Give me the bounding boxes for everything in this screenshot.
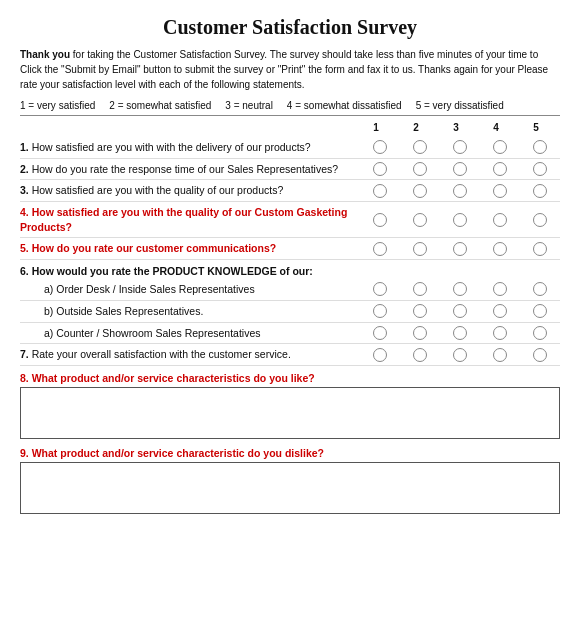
q2-radio-1[interactable]	[373, 162, 387, 176]
question-9-answer[interactable]	[20, 462, 560, 514]
q6c-radio-3[interactable]	[453, 326, 467, 340]
q6b-radio-1[interactable]	[373, 304, 387, 318]
q3-radio-3[interactable]	[453, 184, 467, 198]
question-row-3: 3. How satisfied are you with the qualit…	[20, 180, 560, 202]
q7-radio-5[interactable]	[533, 348, 547, 362]
section-6c-row: a) Counter / Showroom Sales Representati…	[20, 323, 560, 345]
scale-legend: 1 = very satisfied 2 = somewhat satisfie…	[20, 100, 560, 111]
question-4-text: 4. How satisfied are you with the qualit…	[20, 205, 360, 234]
q7-radio-4[interactable]	[493, 348, 507, 362]
q3-radio-4[interactable]	[493, 184, 507, 198]
question-7-text: 7. Rate your overall satisfaction with t…	[20, 347, 360, 362]
question-5-radios[interactable]	[360, 242, 560, 256]
question-1-text: 1. How satisfied are you with with the d…	[20, 140, 360, 155]
question-3-radios[interactable]	[360, 184, 560, 198]
q3-radio-2[interactable]	[413, 184, 427, 198]
q3-radio-5[interactable]	[533, 184, 547, 198]
section-6a-radios[interactable]	[360, 282, 560, 296]
section-6-header: 6. How would you rate the PRODUCT KNOWLE…	[20, 260, 560, 279]
q5-radio-1[interactable]	[373, 242, 387, 256]
q1-radio-1[interactable]	[373, 140, 387, 154]
page-title: Customer Satisfaction Survey	[20, 16, 560, 39]
q6b-radio-4[interactable]	[493, 304, 507, 318]
divider	[20, 115, 560, 116]
col-2: 2	[413, 122, 419, 133]
question-9-label: 9. What product and/or service character…	[20, 441, 560, 462]
q2-radio-3[interactable]	[453, 162, 467, 176]
question-row-5: 5. How do you rate our customer communic…	[20, 238, 560, 260]
intro-bold: Thank you	[20, 49, 70, 60]
q7-radio-3[interactable]	[453, 348, 467, 362]
q6b-radio-3[interactable]	[453, 304, 467, 318]
q4-radio-3[interactable]	[453, 213, 467, 227]
question-8-answer[interactable]	[20, 387, 560, 439]
scale-3: 3 = neutral	[225, 100, 273, 111]
section-6b-row: b) Outside Sales Representatives.	[20, 301, 560, 323]
section-6b-radios[interactable]	[360, 304, 560, 318]
q4-radio-2[interactable]	[413, 213, 427, 227]
q5-radio-2[interactable]	[413, 242, 427, 256]
q2-radio-5[interactable]	[533, 162, 547, 176]
q6b-radio-2[interactable]	[413, 304, 427, 318]
q1-radio-2[interactable]	[413, 140, 427, 154]
section-6a-row: a) Order Desk / Inside Sales Representat…	[20, 279, 560, 301]
question-row-7: 7. Rate your overall satisfaction with t…	[20, 344, 560, 366]
q2-radio-2[interactable]	[413, 162, 427, 176]
rating-cols: 1 2 3 4 5	[356, 122, 556, 133]
q7-radio-1[interactable]	[373, 348, 387, 362]
section-6a-text: a) Order Desk / Inside Sales Representat…	[20, 282, 360, 297]
q6a-radio-1[interactable]	[373, 282, 387, 296]
question-5-text: 5. How do you rate our customer communic…	[20, 241, 360, 256]
question-2-text: 2. How do you rate the response time of …	[20, 162, 360, 177]
question-7-radios[interactable]	[360, 348, 560, 362]
rating-header: 1 2 3 4 5	[20, 122, 560, 133]
q6a-radio-2[interactable]	[413, 282, 427, 296]
section-6b-text: b) Outside Sales Representatives.	[20, 304, 360, 319]
question-row-4: 4. How satisfied are you with the qualit…	[20, 202, 560, 238]
section-6c-radios[interactable]	[360, 326, 560, 340]
q3-radio-1[interactable]	[373, 184, 387, 198]
question-8-label: 8. What product and/or service character…	[20, 366, 560, 387]
question-4-radios[interactable]	[360, 213, 560, 227]
intro-text: Thank you for taking the Customer Satisf…	[20, 47, 560, 92]
scale-4: 4 = somewhat dissatisfied	[287, 100, 402, 111]
q6b-radio-5[interactable]	[533, 304, 547, 318]
col-4: 4	[493, 122, 499, 133]
q6c-radio-1[interactable]	[373, 326, 387, 340]
q6a-radio-3[interactable]	[453, 282, 467, 296]
q6c-radio-5[interactable]	[533, 326, 547, 340]
q6a-radio-4[interactable]	[493, 282, 507, 296]
col-1: 1	[373, 122, 379, 133]
q2-radio-4[interactable]	[493, 162, 507, 176]
q6c-radio-2[interactable]	[413, 326, 427, 340]
question-row-2: 2. How do you rate the response time of …	[20, 159, 560, 181]
question-row-1: 1. How satisfied are you with with the d…	[20, 137, 560, 159]
q6c-radio-4[interactable]	[493, 326, 507, 340]
scale-2: 2 = somewhat satisfied	[109, 100, 211, 111]
q1-radio-5[interactable]	[533, 140, 547, 154]
section-6c-text: a) Counter / Showroom Sales Representati…	[20, 326, 360, 341]
q1-radio-4[interactable]	[493, 140, 507, 154]
q4-radio-4[interactable]	[493, 213, 507, 227]
q6a-radio-5[interactable]	[533, 282, 547, 296]
scale-5: 5 = very dissatisfied	[416, 100, 504, 111]
q1-radio-3[interactable]	[453, 140, 467, 154]
scale-1: 1 = very satisfied	[20, 100, 95, 111]
question-2-radios[interactable]	[360, 162, 560, 176]
q4-radio-1[interactable]	[373, 213, 387, 227]
col-3: 3	[453, 122, 459, 133]
q4-radio-5[interactable]	[533, 213, 547, 227]
question-3-text: 3. How satisfied are you with the qualit…	[20, 183, 360, 198]
question-1-radios[interactable]	[360, 140, 560, 154]
q5-radio-3[interactable]	[453, 242, 467, 256]
q7-radio-2[interactable]	[413, 348, 427, 362]
col-5: 5	[533, 122, 539, 133]
q5-radio-4[interactable]	[493, 242, 507, 256]
q5-radio-5[interactable]	[533, 242, 547, 256]
